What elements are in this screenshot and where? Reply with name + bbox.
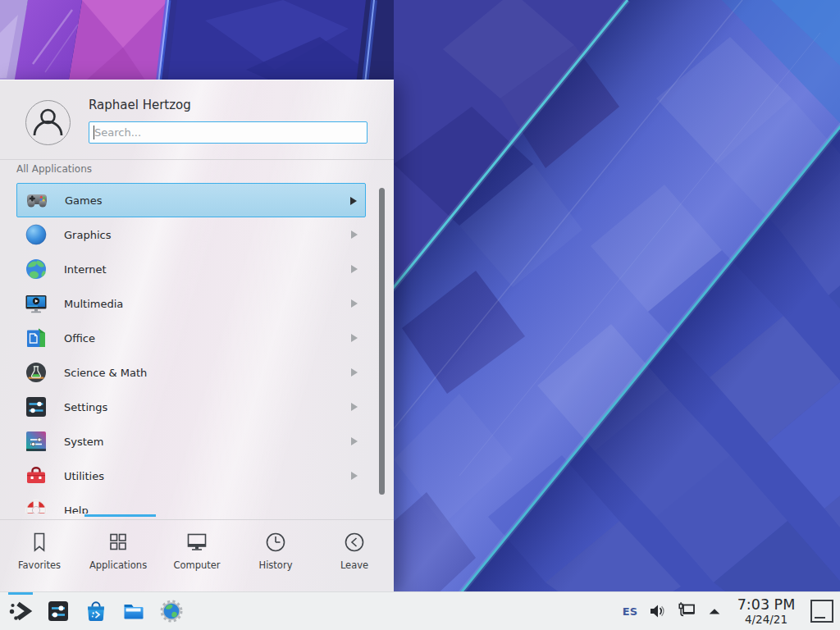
tab-label: Favorites <box>18 559 61 571</box>
category-label: Internet <box>64 263 107 276</box>
submenu-arrow-icon <box>351 231 358 239</box>
toolbox-icon <box>25 464 48 487</box>
lifebuoy-icon <box>25 499 48 514</box>
search-input[interactable] <box>89 121 368 144</box>
launcher-tab-bar: Favorites Applications Compu <box>0 519 394 594</box>
system-settings-icon[interactable] <box>46 599 71 623</box>
network-icon[interactable] <box>677 601 696 621</box>
sliders-icon <box>25 395 48 418</box>
submenu-arrow-icon <box>351 368 358 377</box>
user-name: Raphael Hertzog <box>89 98 191 112</box>
active-task-indicator <box>8 592 33 595</box>
volume-icon[interactable] <box>648 602 666 620</box>
category-science-math[interactable]: Science & Math <box>16 355 366 390</box>
discover-icon[interactable] <box>84 599 108 623</box>
tab-label: Applications <box>89 559 147 571</box>
category-label: Multimedia <box>64 298 123 310</box>
history-clock-icon <box>263 530 288 555</box>
tab-label: History <box>259 559 293 571</box>
system-sliders-icon <box>25 430 48 453</box>
document-icon <box>25 326 48 349</box>
submenu-arrow-icon <box>351 403 358 411</box>
category-label: Utilities <box>64 470 104 482</box>
globe-icon <box>25 258 48 281</box>
category-label: Graphics <box>64 229 111 241</box>
submenu-arrow-icon <box>351 472 358 480</box>
keyboard-layout-indicator[interactable]: ES <box>623 605 637 618</box>
category-graphics[interactable]: Graphics <box>16 217 366 252</box>
category-multimedia[interactable]: Multimedia <box>16 286 366 321</box>
header-divider <box>0 159 394 160</box>
file-manager-icon[interactable] <box>121 599 146 623</box>
taskbar: ES 7:03 PM 4/24/21 <box>0 591 840 630</box>
tab-applications[interactable]: Applications <box>79 520 158 594</box>
taskbar-launchers <box>8 599 184 623</box>
digital-clock[interactable]: 7:03 PM 4/24/21 <box>733 597 800 625</box>
category-label: Science & Math <box>64 367 147 379</box>
submenu-arrow-icon <box>351 299 358 308</box>
leave-icon <box>342 530 367 555</box>
system-tray: ES 7:03 PM 4/24/21 <box>623 592 833 630</box>
tab-leave[interactable]: Leave <box>315 520 394 594</box>
bookmark-icon <box>27 530 52 555</box>
web-browser-icon[interactable] <box>159 599 184 623</box>
tab-computer[interactable]: Computer <box>158 520 236 594</box>
scroll-progress-bar <box>84 514 156 517</box>
category-list: Games Graphics <box>16 183 366 514</box>
list-scrollbar[interactable] <box>379 188 385 495</box>
paint-sphere-icon <box>25 223 48 246</box>
desktop: Raphael Hertzog All Applications <box>0 0 840 630</box>
tab-label: Computer <box>173 559 220 571</box>
submenu-arrow-icon <box>351 334 358 342</box>
category-office[interactable]: Office <box>16 321 366 355</box>
section-label: All Applications <box>16 163 92 175</box>
category-settings[interactable]: Settings <box>16 390 366 424</box>
clock-date: 4/24/21 <box>733 614 800 625</box>
category-label: Help <box>64 504 89 514</box>
category-label: Games <box>65 194 102 207</box>
submenu-arrow-icon <box>350 197 357 205</box>
submenu-arrow-icon <box>351 265 358 273</box>
category-games[interactable]: Games <box>16 183 366 217</box>
tab-history[interactable]: History <box>236 520 315 594</box>
application-launcher-panel: Raphael Hertzog All Applications <box>0 80 394 593</box>
category-label: Office <box>64 332 95 345</box>
expand-tray-icon[interactable] <box>707 604 722 619</box>
launcher-header: Raphael Hertzog <box>0 80 394 159</box>
clock-time: 7:03 PM <box>733 597 800 612</box>
kickoff-launcher-icon[interactable] <box>8 599 33 623</box>
gamepad-icon <box>25 189 48 212</box>
computer-icon <box>185 530 209 555</box>
flask-icon <box>25 361 48 384</box>
app-grid-icon <box>106 530 130 555</box>
category-utilities[interactable]: Utilities <box>16 459 366 493</box>
category-system[interactable]: System <box>16 424 366 459</box>
category-internet[interactable]: Internet <box>16 252 366 286</box>
show-desktop-button[interactable] <box>810 600 833 623</box>
user-avatar <box>25 100 71 145</box>
category-label: System <box>64 436 103 448</box>
tab-favorites[interactable]: Favorites <box>0 520 79 594</box>
text-caret <box>94 126 94 139</box>
tab-label: Leave <box>340 559 368 571</box>
submenu-arrow-icon <box>351 437 358 445</box>
category-help[interactable]: Help <box>16 493 366 514</box>
media-screen-icon <box>25 292 48 315</box>
category-label: Settings <box>64 401 107 413</box>
